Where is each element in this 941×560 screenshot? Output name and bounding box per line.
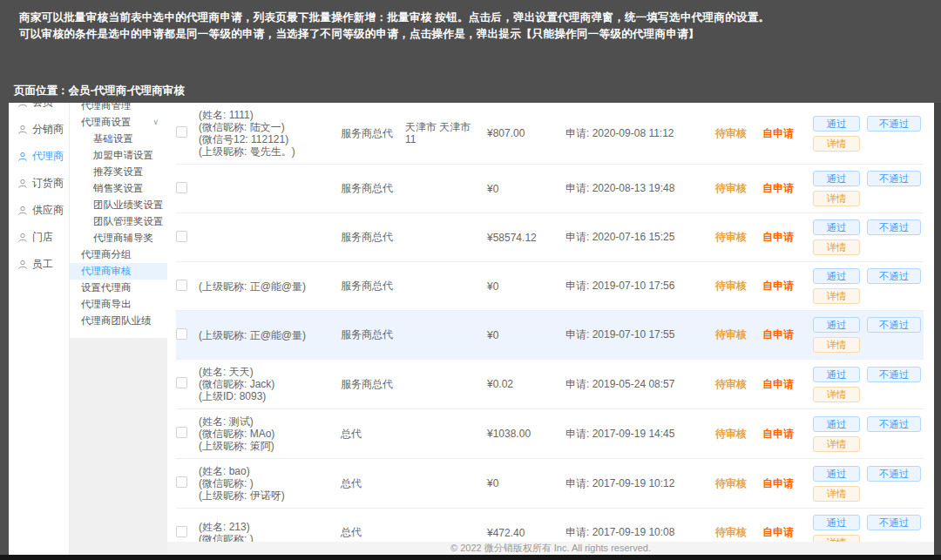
table-row: 服务商总代 ¥0 申请: 2020-08-13 19:48 待审核 自申请 通过…: [176, 165, 924, 213]
reject-button[interactable]: 不通过: [867, 416, 921, 432]
row-checkbox[interactable]: [176, 377, 187, 388]
approve-button[interactable]: 通过: [813, 416, 860, 432]
agent-review-page: 商家可以批量审核当前表中选中的代理商申请，列表页最下批量操作新增：批量审核 按钮…: [0, 0, 941, 560]
row-checkbox-cell: [176, 377, 199, 391]
row-checkbox[interactable]: [176, 231, 187, 242]
reject-button[interactable]: 不通过: [867, 219, 921, 235]
table-row: 服务商总代 ¥58574.12 申请: 2020-07-16 15:25 待审核…: [176, 213, 924, 262]
submenu-item[interactable]: 销售奖设置 ∨: [70, 180, 167, 197]
apply-type-badge: 自申请: [762, 279, 813, 293]
row-checkbox[interactable]: [176, 126, 187, 138]
page-body: 会员 分销商 代理商: [9, 103, 934, 555]
reject-button[interactable]: 不通过: [867, 466, 921, 482]
apply-time: 申请: 2017-09-19 10:08: [565, 525, 715, 540]
apply-type-badge: 自申请: [762, 126, 813, 141]
submenu-item[interactable]: 推荐奖设置 ∨: [70, 164, 167, 180]
row-actions: 通过 不通过 详情: [813, 116, 924, 152]
apply-time: 申请: 2019-07-10 17:56: [565, 279, 715, 293]
submenu-item[interactable]: 代理商分组 ∨: [70, 246, 167, 263]
annotation-overlay: 商家可以批量审核当前表中选中的代理商申请，列表页最下批量操作新增：批量审核 按钮…: [0, 0, 941, 103]
apply-time: 申请: 2019-07-10 17:55: [565, 327, 715, 342]
row-checkbox-cell: [176, 526, 199, 540]
submenu-item[interactable]: 团队业绩奖设置 ∨: [70, 197, 167, 213]
agent-icon: [17, 152, 28, 162]
main-content: (姓名: 1111)(微信昵称: 陆文一)(微信号12: 112121)(上级昵…: [167, 103, 934, 555]
submenu-item[interactable]: 代理商审核 ∨: [70, 263, 167, 280]
row-checkbox[interactable]: [176, 526, 187, 537]
sidebar-item[interactable]: 代理商: [9, 143, 69, 170]
detail-button[interactable]: 详情: [813, 136, 860, 152]
staff-icon: [17, 260, 28, 270]
amount: ¥472.40: [487, 527, 565, 539]
row-checkbox-cell: [176, 280, 199, 293]
reject-button[interactable]: 不通过: [867, 317, 921, 333]
amount: ¥0: [487, 280, 565, 293]
submenu-item-label: 团队业绩奖设置: [93, 199, 164, 210]
amount: ¥0.02: [487, 378, 565, 390]
approve-button[interactable]: 通过: [813, 367, 860, 382]
submenu-item[interactable]: 团队管理奖设置 ∨: [70, 213, 167, 230]
status-badge: 待审核: [715, 476, 762, 491]
approve-button[interactable]: 通过: [813, 466, 860, 482]
approve-button[interactable]: 通过: [813, 268, 860, 284]
submenu-item-label: 设置代理商: [81, 282, 132, 293]
page-location: 页面位置：会员-代理商-代理商审核: [14, 84, 185, 98]
sidebar-item[interactable]: 门店: [9, 224, 69, 251]
detail-button[interactable]: 详情: [813, 436, 860, 452]
sidebar-item[interactable]: 供应商: [9, 197, 69, 224]
submenu-item[interactable]: 代理商团队业绩 ∨: [70, 313, 167, 329]
approve-button[interactable]: 通过: [813, 171, 860, 186]
sidebar-item[interactable]: 订货商: [9, 170, 69, 197]
overlay-frame-left: [0, 103, 9, 555]
reject-button[interactable]: 不通过: [867, 515, 921, 530]
submenu-item[interactable]: 加盟申请设置 ∨: [70, 147, 167, 164]
tip-line-1: 商家可以批量审核当前表中选中的代理商申请，列表页最下批量操作新增：批量审核 按钮…: [19, 10, 769, 25]
submenu-item[interactable]: 代理商设置 ∨: [70, 114, 167, 131]
apply-type-badge: 自申请: [762, 377, 813, 392]
row-checkbox[interactable]: [176, 280, 187, 291]
detail-button[interactable]: 详情: [813, 240, 860, 255]
apply-type-badge: 自申请: [762, 327, 813, 342]
sidebar-item-label: 员工: [32, 257, 53, 272]
detail-button[interactable]: 详情: [813, 486, 860, 502]
approve-button[interactable]: 通过: [813, 116, 860, 132]
submenu-item-label: 代理商辅导奖: [93, 233, 153, 243]
submenu-item[interactable]: 代理商辅导奖 ∨: [70, 230, 167, 246]
sidebar-item[interactable]: 分销商: [9, 116, 69, 143]
submenu-item[interactable]: 基础设置 ∨: [70, 131, 167, 147]
status-badge: 待审核: [715, 327, 762, 342]
applicant-info: (姓名: 天天)(微信昵称: Jack)(上级ID: 8093): [199, 366, 341, 402]
approve-button[interactable]: 通过: [813, 515, 860, 530]
applicant-info: (姓名: 1111)(微信昵称: 陆文一)(微信号12: 112121)(上级昵…: [199, 109, 341, 158]
reject-button[interactable]: 不通过: [867, 367, 921, 382]
reject-button[interactable]: 不通过: [867, 268, 921, 284]
approve-button[interactable]: 通过: [813, 317, 860, 333]
row-checkbox-cell: [176, 182, 199, 196]
overlay-frame-right: [934, 103, 941, 555]
row-actions: 通过 不通过 详情: [813, 416, 924, 452]
row-checkbox[interactable]: [176, 328, 187, 340]
table-row: (上级昵称: 正@能@量) 服务商总代 ¥0 申请: 2019-07-10 17…: [176, 311, 924, 360]
apply-time: 申请: 2020-08-13 19:48: [565, 181, 715, 196]
detail-button[interactable]: 详情: [813, 387, 860, 402]
row-actions: 通过 不通过 详情: [813, 317, 924, 353]
row-checkbox[interactable]: [176, 427, 187, 438]
submenu-item[interactable]: 代理商导出 ∨: [70, 296, 167, 313]
detail-button[interactable]: 详情: [813, 288, 860, 304]
apply-time: 申请: 2017-09-19 14:45: [565, 427, 715, 442]
row-checkbox-cell: [176, 427, 199, 441]
row-checkbox[interactable]: [176, 476, 187, 488]
row-actions: 通过 不通过 详情: [813, 268, 924, 304]
row-checkbox[interactable]: [176, 182, 187, 193]
submenu-item[interactable]: 设置代理商 ∨: [70, 280, 167, 296]
sidebar-item[interactable]: 员工: [9, 251, 69, 278]
status-badge: 待审核: [715, 230, 762, 245]
agent-level: 服务商总代: [341, 327, 405, 342]
reject-button[interactable]: 不通过: [867, 171, 921, 186]
detail-button[interactable]: 详情: [813, 337, 860, 353]
reject-button[interactable]: 不通过: [867, 116, 921, 132]
applicant-info: (上级昵称: 正@能@量): [199, 329, 341, 341]
amount: ¥0: [487, 183, 565, 195]
detail-button[interactable]: 详情: [813, 191, 860, 206]
approve-button[interactable]: 通过: [813, 219, 860, 235]
